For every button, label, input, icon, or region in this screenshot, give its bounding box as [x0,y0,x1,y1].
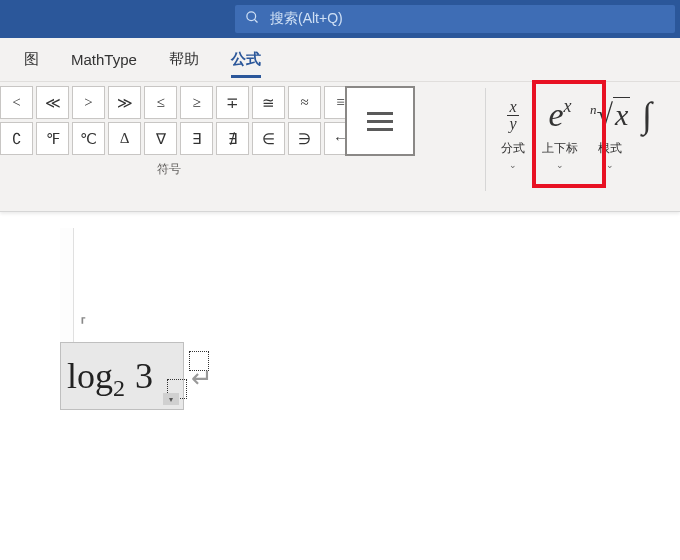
symbol-much-lt[interactable]: ≪ [36,86,69,119]
symbol-le[interactable]: ≤ [144,86,177,119]
chevron-down-icon: ⌄ [606,160,614,170]
fraction-label: 分式 [501,140,525,157]
symbol-in[interactable]: ∈ [252,122,285,155]
equation-arg: 3 [135,355,153,397]
symbol-ge[interactable]: ≥ [180,86,213,119]
chevron-down-icon: ⌄ [509,160,517,170]
symbols-group: < ≪ > ≫ ≤ ≥ ∓ ≅ ≈ ≡ ∁ ℉ ℃ ∆ ∇ ∃ ∄ ∈ ∋ [0,82,365,211]
svg-point-0 [247,12,256,21]
equation-dropdown-handle[interactable]: ▾ [163,393,179,405]
tab-marker-icon: ⸢ [80,314,87,336]
symbol-nabla[interactable]: ∇ [144,122,177,155]
symbol-fahrenheit[interactable]: ℉ [36,122,69,155]
search-box[interactable]: 搜索(Alt+Q) [235,5,675,33]
script-icon: ex [548,92,571,138]
symbols-group-label: 符号 [0,161,357,178]
title-bar: 搜索(Alt+Q) [0,0,680,38]
symbol-mp[interactable]: ∓ [216,86,249,119]
symbol-ni[interactable]: ∋ [288,122,321,155]
equation-box[interactable]: log23 ▾ ↵ [60,342,184,410]
document-area[interactable]: ⸢ log23 ▾ ↵ [0,212,680,410]
fraction-icon: xy [507,92,518,138]
equation-container: ⸢ log23 ▾ ↵ [60,342,680,410]
symbol-cong[interactable]: ≅ [252,86,285,119]
structure-integral-button[interactable]: ∫ [636,88,658,209]
tab-mathtype[interactable]: MathType [55,38,153,82]
structure-radical-button[interactable]: n√x 根式 ⌄ [584,88,636,209]
search-placeholder: 搜索(Alt+Q) [270,10,343,28]
structure-script-button[interactable]: ex 上下标 ⌄ [536,88,584,209]
overflow-menu-button[interactable] [345,86,415,156]
symbol-approx[interactable]: ≈ [288,86,321,119]
tab-help[interactable]: 帮助 [153,38,215,82]
radical-label: 根式 [598,140,622,157]
symbol-exists[interactable]: ∃ [180,122,213,155]
svg-line-1 [254,19,257,22]
structures-group: xy 分式 ⌄ ex 上下标 ⌄ n√x 根式 ⌄ ∫ [486,82,662,211]
integral-icon: ∫ [642,92,652,138]
chevron-down-icon: ⌄ [556,160,564,170]
symbol-lt[interactable]: < [0,86,33,119]
tab-equation[interactable]: 公式 [215,38,277,82]
equation-content[interactable]: log23 [67,355,153,397]
symbol-much-gt[interactable]: ≫ [108,86,141,119]
symbol-grid: < ≪ > ≫ ≤ ≥ ∓ ≅ ≈ ≡ ∁ ℉ ℃ ∆ ∇ ∃ ∄ ∈ ∋ [0,86,357,155]
script-label: 上下标 [542,140,578,157]
symbol-gt[interactable]: > [72,86,105,119]
symbol-delta[interactable]: ∆ [108,122,141,155]
structure-fraction-button[interactable]: xy 分式 ⌄ [490,88,536,209]
equation-log: log [67,355,113,397]
hamburger-icon [367,112,393,131]
search-icon [245,10,260,28]
tab-view[interactable]: 图 [8,38,55,82]
symbol-celsius[interactable]: ℃ [72,122,105,155]
symbol-complement[interactable]: ∁ [0,122,33,155]
radical-icon: n√x [590,92,630,138]
ribbon-tabs: 图 MathType 帮助 公式 [0,38,680,82]
equation-subscript: 2 [113,375,125,402]
symbol-not-exists[interactable]: ∄ [216,122,249,155]
ribbon: < ≪ > ≫ ≤ ≥ ∓ ≅ ≈ ≡ ∁ ℉ ℃ ∆ ∇ ∃ ∄ ∈ ∋ [0,82,680,212]
paragraph-mark-icon: ↵ [191,363,213,394]
